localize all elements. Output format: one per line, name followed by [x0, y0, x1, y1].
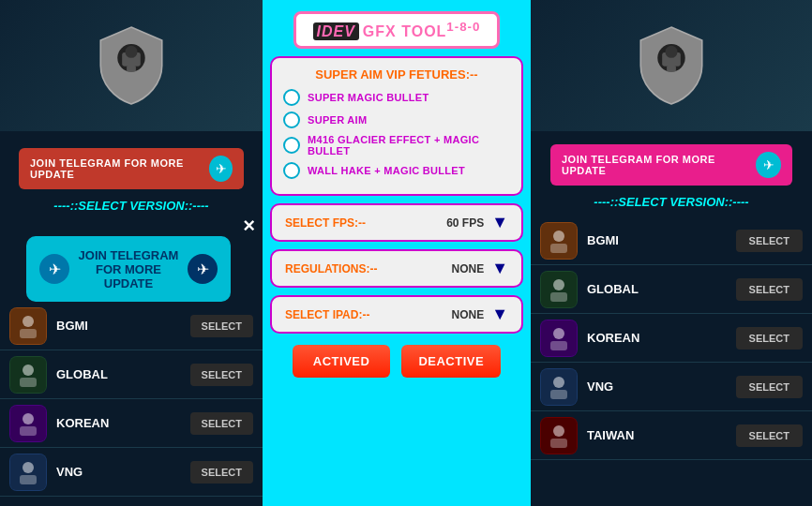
select-button[interactable]: SELECT — [736, 376, 803, 398]
option-2-label: SUPER AIM — [308, 114, 367, 126]
game-name: TAIWAN — [587, 428, 736, 442]
game-name: GLOBAL — [587, 282, 736, 296]
select-button[interactable]: SELECT — [190, 461, 253, 484]
tool-title-box: IDEVGFX TOOL1-8-0 — [293, 11, 501, 49]
list-item: KOREAN SELECT — [531, 314, 812, 363]
game-thumb — [9, 454, 47, 491]
regulations-row[interactable]: REGULATIONS:-- NONE ▼ — [270, 249, 523, 288]
option-1-label: SUPER MAGIC BULLET — [308, 92, 429, 103]
option-3-label: M416 GLACIER EFFECT + MAGIC BULLET — [308, 134, 510, 156]
select-button[interactable]: SELECT — [736, 278, 803, 301]
svg-point-33 — [553, 425, 564, 437]
fps-label: SELECT FPS:-- — [285, 216, 366, 230]
option-1: SUPER MAGIC BULLET — [283, 89, 510, 106]
regulations-label: REGULATIONS:-- — [285, 262, 377, 275]
game-name: VNG — [56, 465, 190, 479]
svg-rect-12 — [20, 426, 37, 436]
ipad-label: SELECT IPAD:-- — [285, 308, 369, 321]
svg-rect-34 — [550, 439, 567, 448]
option-4: WALL HAKE + MAGIC BULLET — [283, 162, 510, 179]
svg-point-2 — [125, 46, 137, 58]
left-panel: JOIN TELEGRAM FOR MORE UPDATE ✈ ----::SE… — [0, 0, 263, 506]
game-thumb — [9, 307, 47, 345]
svg-rect-25 — [550, 292, 567, 302]
list-item: GLOBAL SELECT — [0, 350, 263, 399]
game-thumb — [9, 356, 47, 394]
game-name: KOREAN — [56, 416, 190, 430]
svg-point-24 — [553, 279, 564, 290]
select-button[interactable]: SELECT — [736, 230, 803, 252]
features-card: SUPER AIM VIP FETURES:-- SUPER MAGIC BUL… — [270, 56, 523, 196]
game-thumb — [540, 368, 578, 406]
left-telegram-button[interactable]: JOIN TELEGRAM FOR MORE UPDATE ✈ — [19, 148, 244, 189]
list-item: BGMI SELECT — [0, 302, 263, 350]
game-thumb — [540, 222, 578, 260]
select-button[interactable]: SELECT — [190, 364, 253, 386]
radio-1[interactable] — [283, 89, 300, 106]
option-3: M416 GLACIER EFFECT + MAGIC BULLET — [283, 134, 510, 156]
svg-rect-3 — [127, 66, 136, 72]
fps-row[interactable]: SELECT FPS:-- 60 FPS ▼ — [270, 203, 523, 242]
select-button[interactable]: SELECT — [190, 315, 253, 337]
option-4-label: WALL HAKE + MAGIC BULLET — [308, 165, 465, 176]
game-thumb — [9, 405, 47, 442]
svg-point-27 — [553, 328, 564, 339]
deactive-button[interactable]: DEACTIVE — [401, 345, 501, 378]
svg-rect-31 — [550, 390, 567, 399]
list-item: BGMI SELECT — [531, 216, 812, 265]
right-shield-area — [531, 0, 812, 131]
right-panel: JOIN TELEGRAM FOR MORE UPDATE ✈ ----::SE… — [531, 0, 812, 506]
option-2: SUPER AIM — [283, 112, 510, 128]
svg-point-30 — [553, 377, 564, 388]
game-thumb — [540, 271, 578, 308]
svg-rect-9 — [20, 378, 37, 387]
tool-title: IDEVGFX TOOL1-8-0 — [313, 20, 481, 40]
game-name: GLOBAL — [56, 367, 190, 381]
list-item: VNG SELECT — [531, 363, 812, 411]
ipad-row[interactable]: SELECT IPAD:-- NONE ▼ — [270, 295, 523, 334]
list-item: VNG SELECT — [0, 448, 263, 497]
ipad-value: NONE ▼ — [452, 305, 509, 324]
close-button[interactable]: × — [243, 214, 255, 238]
popup-telegram-icon-right: ✈ — [188, 254, 218, 284]
game-name: KOREAN — [587, 331, 736, 345]
shield-icon — [89, 23, 173, 108]
select-button[interactable]: SELECT — [736, 327, 803, 350]
svg-rect-15 — [20, 475, 37, 484]
svg-point-14 — [23, 462, 34, 473]
popup-text: JOIN TELEGRAM FOR MORE UPDATE — [75, 248, 182, 290]
svg-point-21 — [553, 231, 564, 242]
radio-2[interactable] — [283, 112, 300, 128]
right-select-version: ----::SELECT VERSION::---- — [594, 195, 748, 209]
svg-point-18 — [665, 46, 677, 58]
svg-rect-22 — [550, 244, 567, 253]
svg-rect-6 — [20, 329, 37, 338]
regulations-value: NONE ▼ — [452, 259, 509, 278]
svg-rect-28 — [550, 341, 567, 350]
radio-3[interactable] — [283, 137, 300, 154]
fps-dropdown-icon: ▼ — [491, 213, 508, 232]
list-item: GLOBAL SELECT — [531, 265, 812, 314]
select-button[interactable]: SELECT — [736, 424, 803, 447]
fps-value: 60 FPS ▼ — [446, 213, 508, 232]
action-buttons: ACTIVED DEACTIVE — [293, 345, 501, 378]
ipad-dropdown-icon: ▼ — [491, 305, 508, 324]
left-telegram-label: JOIN TELEGRAM FOR MORE UPDATE — [30, 157, 209, 180]
list-item: KOREAN SELECT — [0, 399, 263, 448]
select-button[interactable]: SELECT — [190, 412, 253, 435]
right-telegram-button[interactable]: JOIN TELEGRAM FOR MORE UPDATE ✈ — [550, 144, 792, 186]
radio-4[interactable] — [283, 162, 300, 179]
left-shield-area — [0, 0, 263, 131]
telegram-popup[interactable]: ✈ JOIN TELEGRAM FOR MORE UPDATE ✈ — [26, 236, 231, 302]
game-name: VNG — [587, 380, 736, 394]
svg-point-5 — [23, 316, 34, 327]
popup-telegram-icon-left: ✈ — [39, 254, 69, 284]
left-game-list: BGMI SELECT GLOBAL SELECT KOREAN — [0, 302, 263, 497]
left-select-version: ----::SELECT VERSION::---- — [53, 199, 208, 213]
features-title: SUPER AIM VIP FETURES:-- — [283, 67, 510, 82]
right-shield-icon — [629, 23, 714, 108]
brand-label: IDEV — [313, 22, 359, 40]
game-thumb — [540, 320, 578, 357]
actived-button[interactable]: ACTIVED — [293, 345, 391, 378]
right-telegram-label: JOIN TELEGRAM FOR MORE UPDATE — [562, 154, 756, 176]
